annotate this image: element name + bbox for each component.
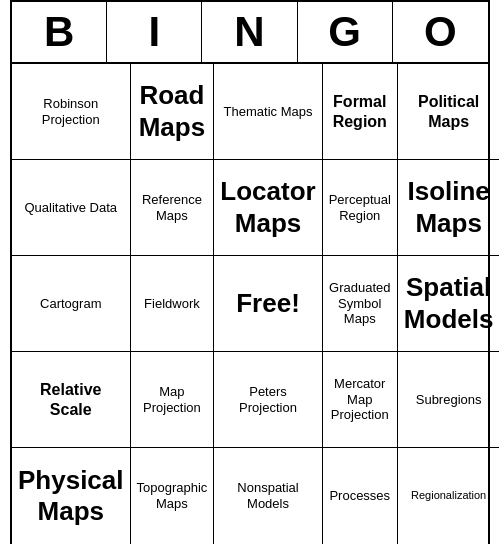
bingo-card: BINGO RobinsonProjectionRoad MapsThemati…	[10, 0, 490, 544]
bingo-cell-24: Regionalization	[398, 448, 500, 544]
cell-text-0: RobinsonProjection	[42, 96, 100, 127]
bingo-cell-22: Nonspatial Models	[214, 448, 322, 544]
cell-text-22: Nonspatial Models	[220, 480, 315, 511]
cell-text-18: Mercator Map Projection	[329, 376, 391, 423]
cell-text-3: Formal Region	[329, 92, 391, 130]
cell-text-1: Road Maps	[137, 80, 208, 142]
cell-text-14: Spatial Models	[404, 272, 494, 334]
cell-text-21: Topographic Maps	[137, 480, 208, 511]
bingo-cell-0: RobinsonProjection	[12, 64, 131, 160]
bingo-cell-14: Spatial Models	[398, 256, 500, 352]
bingo-letter-o: O	[393, 2, 488, 62]
bingo-letter-g: G	[298, 2, 393, 62]
bingo-cell-6: Reference Maps	[131, 160, 215, 256]
bingo-cell-10: Cartogram	[12, 256, 131, 352]
cell-text-23: Processes	[329, 488, 390, 504]
cell-text-2: Thematic Maps	[224, 104, 313, 120]
cell-text-11: Fieldwork	[144, 296, 200, 312]
bingo-grid: RobinsonProjectionRoad MapsThematic Maps…	[12, 64, 488, 544]
bingo-cell-21: Topographic Maps	[131, 448, 215, 544]
bingo-cell-20: Physical Maps	[12, 448, 131, 544]
bingo-cell-5: Qualitative Data	[12, 160, 131, 256]
bingo-cell-9: Isoline Maps	[398, 160, 500, 256]
bingo-header: BINGO	[12, 2, 488, 64]
bingo-cell-11: Fieldwork	[131, 256, 215, 352]
cell-text-10: Cartogram	[40, 296, 101, 312]
cell-text-24: Regionalization	[411, 489, 486, 502]
cell-text-7: Locator Maps	[220, 176, 315, 238]
cell-text-16: Map Projection	[137, 384, 208, 415]
cell-text-13: Graduated Symbol Maps	[329, 280, 391, 327]
cell-text-20: Physical Maps	[18, 465, 124, 527]
bingo-cell-17: Peters Projection	[214, 352, 322, 448]
bingo-cell-19: Subregions	[398, 352, 500, 448]
cell-text-19: Subregions	[416, 392, 482, 408]
bingo-cell-12: Free!	[214, 256, 322, 352]
cell-text-12: Free!	[236, 288, 300, 319]
bingo-cell-4: Political Maps	[398, 64, 500, 160]
bingo-cell-7: Locator Maps	[214, 160, 322, 256]
cell-text-17: Peters Projection	[220, 384, 315, 415]
bingo-cell-1: Road Maps	[131, 64, 215, 160]
cell-text-8: Perceptual Region	[329, 192, 391, 223]
bingo-cell-3: Formal Region	[323, 64, 398, 160]
bingo-letter-n: N	[202, 2, 297, 62]
cell-text-5: Qualitative Data	[25, 200, 118, 216]
bingo-cell-8: Perceptual Region	[323, 160, 398, 256]
bingo-cell-13: Graduated Symbol Maps	[323, 256, 398, 352]
bingo-cell-18: Mercator Map Projection	[323, 352, 398, 448]
bingo-letter-b: B	[12, 2, 107, 62]
bingo-cell-15: Relative Scale	[12, 352, 131, 448]
bingo-cell-16: Map Projection	[131, 352, 215, 448]
bingo-cell-23: Processes	[323, 448, 398, 544]
cell-text-4: Political Maps	[404, 92, 494, 130]
cell-text-9: Isoline Maps	[404, 176, 494, 238]
cell-text-6: Reference Maps	[137, 192, 208, 223]
bingo-cell-2: Thematic Maps	[214, 64, 322, 160]
bingo-letter-i: I	[107, 2, 202, 62]
cell-text-15: Relative Scale	[18, 380, 124, 418]
